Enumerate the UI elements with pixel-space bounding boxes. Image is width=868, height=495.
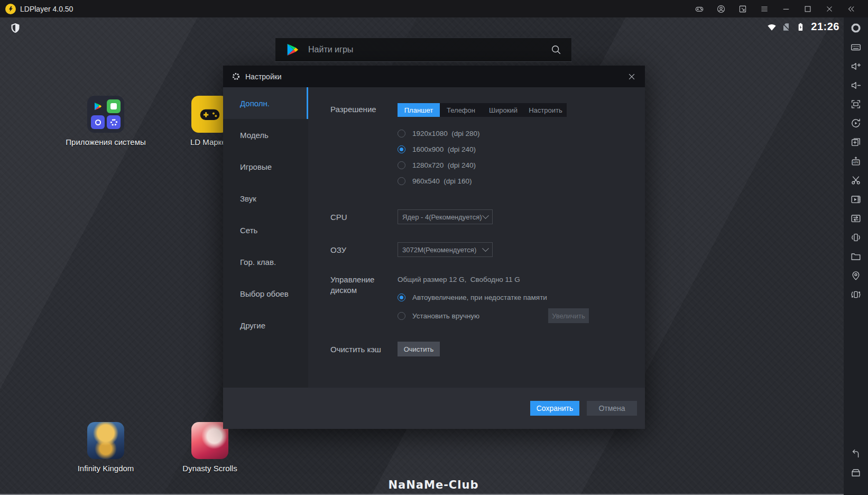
- minimize-icon[interactable]: [781, 4, 791, 14]
- sidebar-item-wallpaper[interactable]: Выбор обоев: [223, 278, 308, 309]
- sidebar-item-label: Сеть: [240, 226, 257, 235]
- no-sim-icon: [781, 22, 791, 32]
- app-infinity-kingdom[interactable]: Infinity Kingdom: [69, 422, 143, 473]
- app-dynasty-scrolls[interactable]: Dynasty Scrolls: [173, 422, 247, 473]
- resolution-option-1600[interactable]: 1600x900 (dpi 240): [398, 141, 476, 157]
- home-icon[interactable]: [849, 466, 862, 479]
- scissors-icon[interactable]: [849, 174, 862, 187]
- radio-label: 960x540 (dpi 160): [412, 177, 472, 185]
- radio-label: 1600x900 (dpi 240): [412, 145, 476, 153]
- tab-phone[interactable]: Телефон: [440, 103, 482, 117]
- title-bar: LDPlayer 4.0.50: [0, 0, 868, 17]
- app-install-icon[interactable]: [849, 136, 862, 149]
- radio-label: 1280x720 (dpi 240): [412, 161, 476, 169]
- ldplayer-window: LDPlayer 4.0.50: [0, 0, 868, 495]
- clear-cache-button[interactable]: Очистить: [398, 342, 440, 356]
- resolution-tabs: Планшет Телефон Широкий Настроить: [398, 103, 567, 117]
- ram-select-value: 3072M(Рекомендуется): [402, 246, 476, 254]
- chevron-down-icon: [482, 212, 489, 219]
- sidebar-item-hotkeys[interactable]: Гор. клав.: [223, 246, 308, 278]
- ldplayer-logo-icon: [5, 4, 16, 14]
- radio-icon: [398, 294, 405, 301]
- back-icon[interactable]: [849, 447, 862, 460]
- virtual-keyboard-icon[interactable]: [849, 41, 862, 53]
- battery-icon: [795, 22, 806, 32]
- sidebar-item-sound[interactable]: Звук: [223, 182, 308, 214]
- clear-cache-label: Очистить кэш: [330, 345, 381, 354]
- chevron-down-icon: [482, 245, 489, 252]
- app-label: Приложения системы: [66, 138, 145, 146]
- shake-icon[interactable]: [849, 231, 862, 244]
- disk-option-manual[interactable]: Установить вручную: [398, 308, 479, 324]
- app-system-apps[interactable]: Приложения системы: [69, 96, 143, 146]
- settings-gear-icon[interactable]: [849, 22, 862, 34]
- infinity-kingdom-icon: [87, 422, 124, 459]
- sidebar-item-label: Выбор обоев: [240, 289, 289, 298]
- emulator-desktop: 21:26 Найти игры: [0, 17, 844, 495]
- wifi-icon: [767, 22, 777, 32]
- sidebar-item-label: Гор. клав.: [240, 258, 276, 267]
- sidebar-item-label: Модель: [240, 131, 269, 140]
- settings-content: Разрешение Планшет Телефон Широкий Настр…: [308, 87, 645, 388]
- shrink-window-icon[interactable]: [737, 4, 748, 14]
- sidebar-item-game[interactable]: Игровые: [223, 151, 308, 182]
- radio-label: Автоувеличение, при недостатке памяти: [412, 294, 547, 301]
- disk-summary: Общий размер 12 G, Свободно 11 G: [398, 276, 520, 283]
- resolution-option-1920[interactable]: 1920x1080 (dpi 280): [398, 125, 480, 141]
- screen-record-icon[interactable]: [849, 193, 862, 206]
- search-icon[interactable]: [550, 44, 562, 56]
- blue-app-mini-icon: [91, 115, 105, 129]
- ram-label: ОЗУ: [330, 245, 346, 254]
- system-apps-folder-icon: [87, 96, 124, 133]
- cpu-select[interactable]: Ядер - 4(Рекомендуется): [398, 209, 493, 224]
- fullscreen-icon[interactable]: [849, 98, 862, 111]
- gear-icon: [232, 72, 241, 81]
- shield-icon: [11, 23, 20, 33]
- close-icon[interactable]: [824, 4, 835, 14]
- volume-up-icon[interactable]: [849, 60, 862, 72]
- disk-option-auto[interactable]: Автоувеличение, при недостатке памяти: [398, 289, 547, 305]
- status-clock: 21:26: [811, 21, 839, 33]
- location-icon[interactable]: [849, 269, 862, 282]
- app-label: Dynasty Scrolls: [182, 464, 237, 473]
- settings-app-mini-icon: [107, 115, 121, 129]
- cancel-button[interactable]: Отмена: [587, 401, 637, 416]
- app-label: Infinity Kingdom: [78, 464, 134, 473]
- right-toolbar: APK: [844, 17, 868, 495]
- play-store-mini-icon: [91, 99, 105, 113]
- save-button[interactable]: Сохранить: [530, 401, 579, 416]
- tab-wide[interactable]: Широкий: [482, 103, 524, 117]
- sidebar-item-label: Дополн.: [240, 99, 270, 108]
- sidebar-item-advanced[interactable]: Дополн.: [223, 87, 308, 119]
- google-play-icon: [285, 42, 300, 57]
- operation-recorder-icon[interactable]: [849, 117, 862, 130]
- game-search-bar[interactable]: Найти игры: [275, 38, 572, 62]
- resolution-option-960[interactable]: 960x540 (dpi 160): [398, 173, 472, 189]
- resolution-option-1280[interactable]: 1280x720 (dpi 240): [398, 157, 476, 173]
- settings-sidebar: Дополн. Модель Игровые Звук Сеть Гор. кл…: [223, 87, 308, 388]
- dialog-close-icon[interactable]: [627, 72, 636, 81]
- ram-select[interactable]: 3072M(Рекомендуется): [398, 242, 493, 257]
- file-transfer-icon[interactable]: [849, 212, 862, 225]
- tab-tablet[interactable]: Планшет: [398, 103, 440, 117]
- radio-icon: [398, 145, 405, 153]
- radio-icon: [398, 161, 405, 169]
- rotate-screen-icon[interactable]: [849, 288, 862, 301]
- volume-down-icon[interactable]: [849, 79, 862, 91]
- apk-install-icon[interactable]: APK: [849, 155, 862, 168]
- sidebar-item-other[interactable]: Другие: [223, 309, 308, 341]
- collapse-sidebar-icon[interactable]: [846, 4, 856, 14]
- search-placeholder: Найти игры: [308, 45, 353, 54]
- resolution-label: Разрешение: [330, 105, 376, 114]
- shared-folder-icon[interactable]: [849, 250, 862, 263]
- account-icon[interactable]: [716, 4, 726, 14]
- menu-icon[interactable]: [759, 4, 770, 14]
- sidebar-item-model[interactable]: Модель: [223, 119, 308, 151]
- maximize-icon[interactable]: [802, 4, 813, 14]
- sidebar-item-label: Звук: [240, 194, 256, 203]
- tab-custom[interactable]: Настроить: [524, 103, 567, 117]
- gamepad-icon[interactable]: [694, 4, 705, 14]
- cpu-label: CPU: [330, 213, 347, 222]
- increase-button[interactable]: Увеличить: [548, 308, 589, 323]
- sidebar-item-network[interactable]: Сеть: [223, 214, 308, 246]
